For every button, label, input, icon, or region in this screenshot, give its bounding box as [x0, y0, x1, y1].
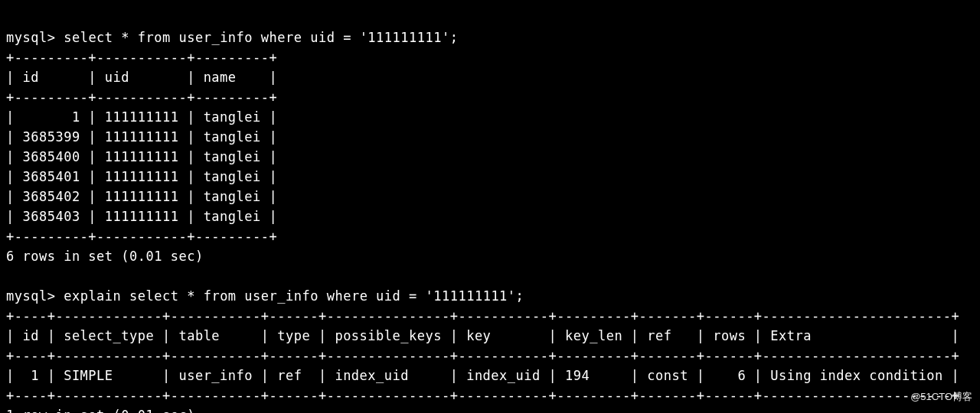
table2-header: | id | select_type | table | type | poss…	[6, 328, 959, 343]
sql-query-2: explain select * from user_info where ui…	[64, 288, 524, 304]
table1-row: | 3685399 | 111111111 | tanglei |	[6, 129, 277, 145]
table1-border-bottom: +---------+-----------+---------+	[6, 229, 277, 244]
table1-border-mid: +---------+-----------+---------+	[6, 89, 277, 105]
watermark-label: @51CTO博客	[910, 387, 972, 407]
table2-border-bottom: +----+-------------+-----------+------+-…	[6, 388, 959, 403]
mysql-prompt: mysql>	[6, 288, 55, 304]
table2-border-mid: +----+-------------+-----------+------+-…	[6, 348, 959, 363]
terminal-output: mysql> select * from user_info where uid…	[0, 0, 980, 413]
table1-row: | 3685402 | 111111111 | tanglei |	[6, 189, 277, 204]
table1-border-top: +---------+-----------+---------+	[6, 50, 277, 65]
table1-row: | 3685403 | 111111111 | tanglei |	[6, 209, 277, 224]
sql-query-1: select * from user_info where uid = '111…	[64, 30, 458, 45]
table1-row: | 3685401 | 111111111 | tanglei |	[6, 169, 277, 184]
table2-border-top: +----+-------------+-----------+------+-…	[6, 308, 959, 324]
mysql-prompt: mysql>	[6, 30, 55, 45]
table1-row: | 3685400 | 111111111 | tanglei |	[6, 149, 277, 164]
query2-summary: 1 row in set (0.01 sec)	[6, 408, 195, 413]
table2-row: | 1 | SIMPLE | user_info | ref | index_u…	[6, 368, 959, 383]
table1-header: | id | uid | name |	[6, 70, 277, 85]
query1-summary: 6 rows in set (0.01 sec)	[6, 249, 204, 264]
table1-row: | 1 | 111111111 | tanglei |	[6, 109, 277, 125]
